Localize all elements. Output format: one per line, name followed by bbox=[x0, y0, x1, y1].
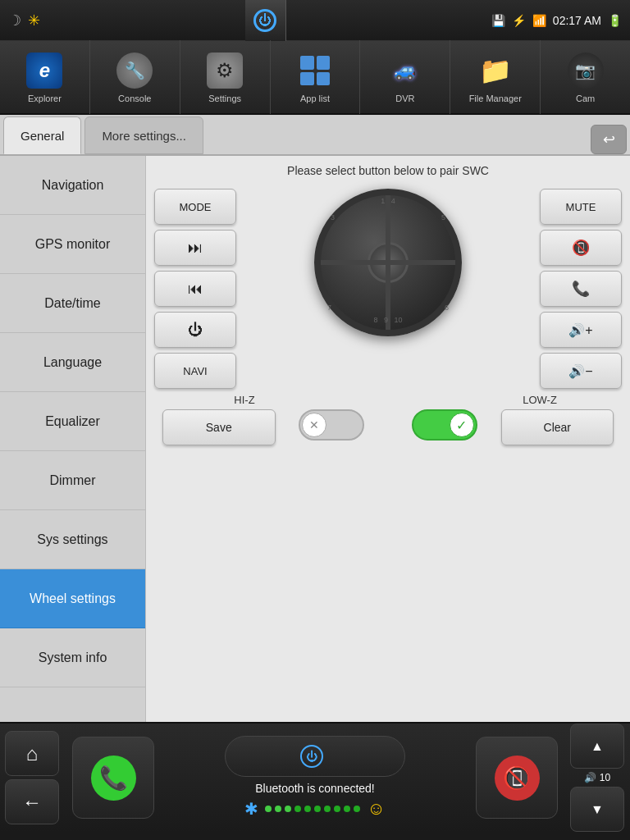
bottom-right-buttons: ▲ 🔊 10 ▼ bbox=[564, 719, 630, 837]
app-explorer[interactable]: e Explorer bbox=[0, 40, 90, 114]
hiz-toggle-thumb: ✕ bbox=[302, 413, 326, 437]
status-bar: ☽ ✳ ⏻ 💾 ⚡ 📶 02:17 AM 🔋 bbox=[0, 0, 630, 41]
vol-up-arrow: ▲ bbox=[591, 739, 604, 754]
hz-labels: HI-Z LOW-Z bbox=[154, 394, 622, 406]
pick-up-icon: 📞 bbox=[572, 280, 590, 298]
back-nav-button[interactable]: ← bbox=[5, 779, 59, 824]
prev-track-icon: ⏮ bbox=[188, 281, 203, 298]
answer-call-icon: 📞 bbox=[91, 756, 136, 801]
mode-button[interactable]: MODE bbox=[154, 189, 236, 225]
app-console[interactable]: 🔧 Console bbox=[90, 40, 180, 114]
mute-button[interactable]: MUTE bbox=[540, 189, 622, 225]
sidebar-item-system-info[interactable]: System info bbox=[0, 628, 145, 687]
app-filemanager[interactable]: 📁 File Manager bbox=[450, 40, 541, 114]
bt-status-area: ⏻ Bluetooth is connected! ✱ ☺ bbox=[161, 736, 469, 819]
applist-label: App list bbox=[300, 94, 330, 103]
bottom-left-buttons: ⌂ ← bbox=[0, 726, 66, 829]
tab-bar: General More settings... ↩ bbox=[0, 115, 630, 156]
vol-up-button[interactable]: 🔊+ bbox=[540, 312, 622, 348]
settings-label: Settings bbox=[208, 94, 241, 103]
wheel-num-top: 1 4 bbox=[381, 197, 395, 205]
wheel-spoke-v bbox=[386, 195, 390, 330]
save-button[interactable]: Save bbox=[162, 409, 276, 445]
sidebar-item-dimmer[interactable]: Dimmer bbox=[0, 451, 145, 510]
power-button[interactable]: ⏻ bbox=[245, 0, 286, 41]
hang-up-button[interactable]: 📵 bbox=[540, 230, 622, 266]
console-icon: 🔧 bbox=[116, 52, 153, 89]
bt-status-text: Bluetooth is connected! bbox=[255, 782, 375, 795]
prev-track-button[interactable]: ⏮ bbox=[154, 271, 236, 307]
end-call-button[interactable]: 📵 bbox=[476, 737, 558, 819]
next-track-button[interactable]: ⏭ bbox=[154, 230, 236, 266]
back-button[interactable]: ↩ bbox=[591, 125, 627, 154]
vol-down-icon: 🔊− bbox=[568, 363, 592, 379]
app-bar: e Explorer 🔧 Console ⚙ Settings App list… bbox=[0, 41, 630, 115]
console-label: Console bbox=[118, 94, 151, 103]
filemanager-label: File Manager bbox=[469, 94, 522, 103]
swc-panel: Please select button below to pair SWC M… bbox=[146, 156, 630, 722]
smiley-icon: ☺ bbox=[367, 798, 385, 819]
answer-call-button[interactable]: 📞 bbox=[72, 737, 154, 819]
wheel-num-right: 5 bbox=[441, 213, 445, 221]
end-call-icon: 📵 bbox=[495, 756, 540, 801]
bt-dot-3 bbox=[285, 806, 291, 812]
main-content: Navigation GPS monitor Date/time Languag… bbox=[0, 156, 630, 722]
app-settings[interactable]: ⚙ Settings bbox=[180, 40, 271, 114]
swc-left-buttons: MODE ⏭ ⏮ ⏻ NAVI bbox=[154, 189, 236, 389]
bt-dot-1 bbox=[265, 806, 272, 812]
lowz-toggle-thumb: ✓ bbox=[450, 413, 474, 437]
settings-icon: ⚙ bbox=[207, 52, 243, 89]
vol-up-icon: 🔊+ bbox=[568, 322, 592, 338]
swc-right-buttons: MUTE 📵 📞 🔊+ 🔊− bbox=[540, 189, 622, 389]
bluetooth-status-icon: ✱ bbox=[244, 799, 258, 819]
wifi-icon: 📶 bbox=[532, 14, 546, 27]
bt-dot-6 bbox=[314, 806, 321, 812]
vol-up-btn[interactable]: ▲ bbox=[570, 724, 624, 769]
wheel-num-bottom: 8 9 10 bbox=[373, 316, 402, 324]
vol-down-button[interactable]: 🔊− bbox=[540, 353, 622, 389]
app-applist[interactable]: App list bbox=[271, 40, 361, 114]
sd-icon: 💾 bbox=[491, 14, 505, 27]
moon-icon: ☽ bbox=[8, 11, 21, 30]
sidebar-item-sys-settings[interactable]: Sys settings bbox=[0, 510, 145, 569]
bt-dots-row: ✱ ☺ bbox=[244, 798, 385, 819]
hiz-toggle[interactable]: ✕ bbox=[299, 409, 364, 441]
sidebar-item-wheel-settings[interactable]: Wheel settings bbox=[0, 569, 145, 628]
vol-down-arrow: ▼ bbox=[591, 802, 604, 817]
toggles-row: Save ✕ ✓ Clear bbox=[154, 409, 622, 445]
explorer-label: Explorer bbox=[28, 94, 62, 103]
home-icon: ⌂ bbox=[26, 742, 39, 765]
sidebar-item-navigation[interactable]: Navigation bbox=[0, 156, 145, 215]
power-swc-button[interactable]: ⏻ bbox=[154, 312, 236, 348]
hang-up-icon: 📵 bbox=[572, 239, 590, 257]
explorer-icon: e bbox=[26, 52, 62, 89]
sidebar-item-gps-monitor[interactable]: GPS monitor bbox=[0, 215, 145, 274]
cam-icon: 📷 bbox=[568, 52, 604, 89]
pick-up-button[interactable]: 📞 bbox=[540, 271, 622, 307]
sidebar-item-date-time[interactable]: Date/time bbox=[0, 274, 145, 333]
sidebar-item-equalizer[interactable]: Equalizer bbox=[0, 392, 145, 451]
bt-status-bar: ⏻ bbox=[225, 736, 405, 777]
applist-icon bbox=[297, 52, 333, 89]
tab-more-settings[interactable]: More settings... bbox=[84, 116, 203, 154]
home-button[interactable]: ⌂ bbox=[5, 731, 59, 776]
wheel-container: 1 4 5 6 8 9 10 3 7 bbox=[243, 189, 533, 336]
sidebar-item-language[interactable]: Language bbox=[0, 333, 145, 392]
app-cam[interactable]: 📷 Cam bbox=[541, 40, 630, 114]
clock: 02:17 AM bbox=[553, 14, 601, 27]
tab-general[interactable]: General bbox=[3, 116, 81, 154]
clear-button[interactable]: Clear bbox=[501, 409, 614, 445]
bt-dot-5 bbox=[304, 806, 311, 812]
bt-dot-10 bbox=[354, 806, 360, 812]
navi-button[interactable]: NAVI bbox=[154, 353, 236, 389]
sidebar: Navigation GPS monitor Date/time Languag… bbox=[0, 156, 146, 722]
cam-label: Cam bbox=[576, 94, 595, 103]
swc-controls: MODE ⏭ ⏮ ⏻ NAVI bbox=[154, 189, 622, 389]
app-dvr[interactable]: 🚙 DVR bbox=[360, 40, 450, 114]
lowz-toggle[interactable]: ✓ bbox=[412, 409, 477, 441]
status-left: ☽ ✳ bbox=[8, 11, 40, 30]
wheel-num-br: 6 bbox=[445, 304, 449, 312]
vol-down-btn[interactable]: ▼ bbox=[570, 787, 624, 832]
power-swc-icon: ⏻ bbox=[188, 322, 203, 339]
status-right: 💾 ⚡ 📶 02:17 AM 🔋 bbox=[491, 14, 622, 27]
